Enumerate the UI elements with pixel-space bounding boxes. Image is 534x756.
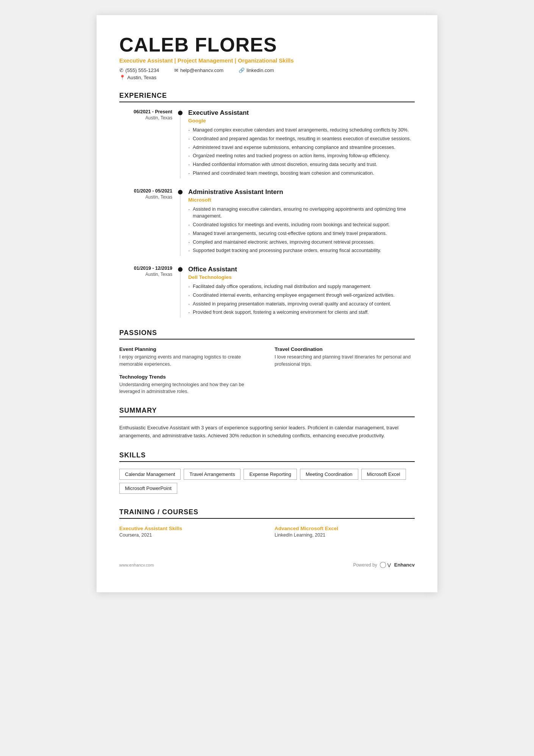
passion-item-1: Event Planning I enjoy organizing events… — [119, 346, 259, 368]
bullet-3-4: Provided front desk support, fostering a… — [188, 309, 415, 316]
exp-location-2: Austin, Texas — [119, 194, 172, 200]
linkedin-icon: 🔗 — [239, 67, 245, 73]
exp-company-2: Microsoft — [188, 197, 415, 203]
header: CALEB FLORES Executive Assistant | Proje… — [119, 34, 415, 80]
contact-row-1: ✆ (555) 555-1234 ✉ help@enhancv.com 🔗 li… — [119, 67, 415, 73]
candidate-title: Executive Assistant | Project Management… — [119, 57, 415, 64]
exp-right-3: Office Assistant Dell Technologies Facil… — [180, 266, 415, 318]
linkedin-url: linkedin.com — [247, 67, 274, 73]
exp-job-title-2: Administrative Assistant Intern — [188, 188, 415, 196]
training-item-1: Executive Assistant Skills Coursera, 202… — [119, 526, 259, 538]
skills-grid: Calendar Management Travel Arrangements … — [119, 469, 415, 497]
bullet-2-5: Supported budget tracking and processing… — [188, 247, 415, 254]
enhancv-brand-name: Enhancv — [394, 562, 415, 568]
phone-contact: ✆ (555) 555-1234 — [119, 67, 159, 73]
passion-desc-3: Understanding emerging technologies and … — [119, 381, 259, 396]
passion-title-2: Travel Coordination — [275, 346, 415, 352]
training-course-name-2: Advanced Microsoft Excel — [275, 526, 415, 531]
exp-date-2: 01/2020 - 05/2021 — [119, 188, 172, 194]
bullet-1-3: Administered travel and expense submissi… — [188, 144, 415, 151]
passions-section-title: PASSIONS — [119, 329, 415, 340]
bullet-3-1: Facilitated daily office operations, inc… — [188, 283, 415, 290]
location-contact: 📍 Austin, Texas — [119, 75, 156, 80]
exp-location-3: Austin, Texas — [119, 272, 172, 277]
email-icon: ✉ — [174, 67, 178, 73]
footer: www.enhancv.com Powered by 〇∨ Enhancv — [119, 560, 415, 570]
experience-entry-2: 01/2020 - 05/2021 Austin, Texas Administ… — [119, 188, 415, 256]
exp-location-1: Austin, Texas — [119, 115, 172, 121]
passion-title-3: Technology Trends — [119, 374, 259, 380]
phone-icon: ✆ — [119, 67, 123, 73]
skill-tag-1: Calendar Management — [119, 469, 181, 480]
email-address: help@enhancv.com — [180, 67, 223, 73]
passion-item-3: Technology Trends Understanding emerging… — [119, 374, 259, 396]
passion-desc-2: I love researching and planning travel i… — [275, 354, 415, 368]
exp-job-title-1: Executive Assistant — [188, 109, 415, 117]
passions-section: PASSIONS Event Planning I enjoy organizi… — [119, 329, 415, 395]
bullet-2-4: Compiled and maintained electronic archi… — [188, 239, 415, 246]
skill-tag-5: Microsoft Excel — [361, 469, 406, 480]
exp-dot-2 — [178, 190, 183, 194]
passion-desc-1: I enjoy organizing events and managing l… — [119, 354, 259, 368]
footer-brand: Powered by 〇∨ Enhancv — [353, 560, 415, 570]
passion-item-2: Travel Coordination I love researching a… — [275, 346, 415, 368]
training-course-detail-1: Coursera, 2021 — [119, 532, 259, 538]
skill-tag-3: Expense Reporting — [244, 469, 297, 480]
bullet-2-2: Coordinated logistics for meetings and e… — [188, 221, 415, 229]
training-grid: Executive Assistant Skills Coursera, 202… — [119, 526, 415, 538]
exp-job-title-3: Office Assistant — [188, 266, 415, 273]
exp-date-1: 06/2021 - Present — [119, 109, 172, 114]
skills-section: SKILLS Calendar Management Travel Arrang… — [119, 451, 415, 497]
exp-left-3: 01/2019 - 12/2019 Austin, Texas — [119, 266, 180, 318]
skill-tag-4: Meeting Coordination — [300, 469, 358, 480]
passion-title-1: Event Planning — [119, 346, 259, 352]
resume-document: CALEB FLORES Executive Assistant | Proje… — [97, 15, 437, 592]
exp-date-3: 01/2019 - 12/2019 — [119, 266, 172, 271]
training-section: TRAINING / COURSES Executive Assistant S… — [119, 508, 415, 538]
exp-left-2: 01/2020 - 05/2021 Austin, Texas — [119, 188, 180, 256]
bullet-2-1: Assisted in managing executive calendars… — [188, 206, 415, 220]
experience-section-title: EXPERIENCE — [119, 92, 415, 102]
training-item-2: Advanced Microsoft Excel LinkedIn Learni… — [275, 526, 415, 538]
skill-tag-2: Travel Arrangements — [184, 469, 240, 480]
bullet-1-1: Managed complex executive calendars and … — [188, 127, 415, 134]
candidate-name: CALEB FLORES — [119, 34, 415, 56]
exp-company-3: Dell Technologies — [188, 274, 415, 280]
skill-tag-6: Microsoft PowerPoint — [119, 483, 177, 494]
experience-entry-3: 01/2019 - 12/2019 Austin, Texas Office A… — [119, 266, 415, 318]
phone-number: (555) 555-1234 — [125, 67, 159, 73]
training-course-detail-2: LinkedIn Learning, 2021 — [275, 532, 415, 538]
location-text: Austin, Texas — [127, 75, 156, 80]
exp-company-1: Google — [188, 118, 415, 124]
bullet-3-2: Coordinated internal events, enhancing e… — [188, 292, 415, 299]
exp-bullets-3: Facilitated daily office operations, inc… — [188, 283, 415, 316]
exp-right-2: Administrative Assistant Intern Microsof… — [180, 188, 415, 256]
contact-row-2: 📍 Austin, Texas — [119, 75, 415, 80]
location-icon: 📍 — [119, 75, 125, 80]
exp-bullets-2: Assisted in managing executive calendars… — [188, 206, 415, 255]
exp-left-1: 06/2021 - Present Austin, Texas — [119, 109, 180, 178]
experience-section: EXPERIENCE 06/2021 - Present Austin, Tex… — [119, 92, 415, 318]
summary-section-title: SUMMARY — [119, 407, 415, 417]
bullet-1-4: Organized meeting notes and tracked prog… — [188, 152, 415, 160]
passions-grid: Event Planning I enjoy organizing events… — [119, 346, 415, 395]
footer-website: www.enhancv.com — [119, 563, 154, 567]
enhancv-logo-icon: 〇∨ — [379, 560, 392, 570]
summary-section: SUMMARY Enthusiastic Executive Assistant… — [119, 407, 415, 440]
linkedin-contact: 🔗 linkedin.com — [239, 67, 274, 73]
email-contact: ✉ help@enhancv.com — [174, 67, 223, 73]
exp-right-1: Executive Assistant Google Managed compl… — [180, 109, 415, 178]
bullet-2-3: Managed travel arrangements, securing co… — [188, 230, 415, 237]
bullet-3-3: Assisted in preparing presentation mater… — [188, 301, 415, 308]
training-section-title: TRAINING / COURSES — [119, 508, 415, 519]
exp-bullets-1: Managed complex executive calendars and … — [188, 127, 415, 177]
powered-by-text: Powered by — [353, 562, 377, 568]
bullet-1-6: Planned and coordinated team meetings, b… — [188, 170, 415, 177]
experience-entry-1: 06/2021 - Present Austin, Texas Executiv… — [119, 109, 415, 178]
bullet-1-2: Coordinated and prepared agendas for mee… — [188, 135, 415, 142]
summary-text: Enthusiastic Executive Assistant with 3 … — [119, 424, 415, 440]
training-course-name-1: Executive Assistant Skills — [119, 526, 259, 531]
bullet-1-5: Handled confidential information with ut… — [188, 161, 415, 168]
skills-section-title: SKILLS — [119, 451, 415, 462]
